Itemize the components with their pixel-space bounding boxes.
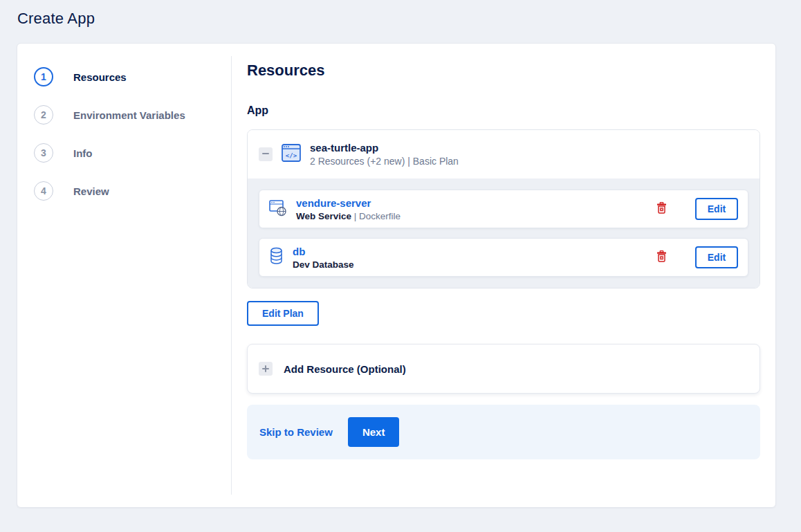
- browser-globe-icon: [269, 199, 287, 219]
- database-cylinder-icon: [269, 247, 284, 268]
- add-resource-expander[interactable]: Add Resource (Optional): [247, 344, 760, 394]
- resource-row: vendure-server Web Service | Dockerfile: [259, 190, 748, 228]
- resource-subtitle: Web Service | Dockerfile: [296, 211, 400, 221]
- step-number-badge: 1: [34, 67, 53, 86]
- step-number-badge: 4: [34, 181, 53, 201]
- app-name: sea-turtle-app: [310, 142, 459, 154]
- app-section-label: App: [247, 104, 760, 117]
- step-label: Environment Variables: [73, 109, 185, 121]
- resource-row: db Dev Database: [259, 238, 748, 277]
- app-window-code-icon: </>: [282, 144, 301, 165]
- create-app-card: 1 Resources 2 Environment Variables 3 In…: [17, 43, 776, 508]
- delete-resource-button[interactable]: [654, 248, 670, 267]
- edit-plan-button[interactable]: Edit Plan: [247, 301, 319, 326]
- step-number-badge: 3: [34, 143, 53, 163]
- app-group-header: </> sea-turtle-app 2 Resources (+2 new) …: [248, 130, 759, 178]
- add-resource-label: Add Resource (Optional): [284, 363, 406, 375]
- next-button[interactable]: Next: [348, 417, 400, 447]
- minus-icon: [261, 149, 270, 160]
- resource-detail: | Dockerfile: [354, 211, 400, 221]
- content-heading: Resources: [247, 62, 760, 80]
- delete-resource-button[interactable]: [654, 199, 670, 219]
- app-titles: sea-turtle-app 2 Resources (+2 new) | Ba…: [310, 142, 459, 167]
- edit-resource-button[interactable]: Edit: [695, 198, 738, 220]
- stepper-step-info[interactable]: 3 Info: [34, 143, 231, 163]
- resource-titles: vendure-server Web Service | Dockerfile: [296, 197, 400, 221]
- trash-icon: [656, 202, 667, 216]
- resource-type: Dev Database: [293, 259, 354, 270]
- resources-step-content: Resources App </> se: [232, 44, 775, 507]
- step-label: Resources: [73, 71, 127, 83]
- step-number-badge: 2: [34, 105, 53, 125]
- stepper-step-review[interactable]: 4 Review: [34, 181, 231, 201]
- page-title: Create App: [0, 0, 801, 28]
- wizard-footer: Skip to Review Next: [247, 405, 760, 459]
- resource-name-link[interactable]: vendure-server: [296, 197, 400, 209]
- step-label: Info: [73, 147, 93, 159]
- stepper-step-resources[interactable]: 1 Resources: [34, 67, 231, 86]
- app-group-card: </> sea-turtle-app 2 Resources (+2 new) …: [247, 129, 760, 288]
- skip-to-review-link[interactable]: Skip to Review: [259, 426, 333, 438]
- app-summary: 2 Resources (+2 new) | Basic Plan: [310, 156, 459, 167]
- resource-subtitle: Dev Database: [293, 259, 354, 270]
- step-label: Review: [73, 185, 109, 197]
- stepper-step-environment-variables[interactable]: 2 Environment Variables: [34, 105, 231, 125]
- collapse-app-button[interactable]: [259, 147, 273, 161]
- resource-type: Web Service: [296, 211, 351, 221]
- resource-name-link[interactable]: db: [293, 246, 354, 257]
- wizard-stepper: 1 Resources 2 Environment Variables 3 In…: [17, 56, 232, 495]
- plus-icon: [259, 362, 273, 376]
- trash-icon: [656, 250, 667, 264]
- svg-text:</>: </>: [286, 152, 297, 159]
- app-group-body: vendure-server Web Service | Dockerfile: [248, 178, 759, 288]
- edit-resource-button[interactable]: Edit: [695, 246, 738, 268]
- resource-titles: db Dev Database: [293, 246, 354, 270]
